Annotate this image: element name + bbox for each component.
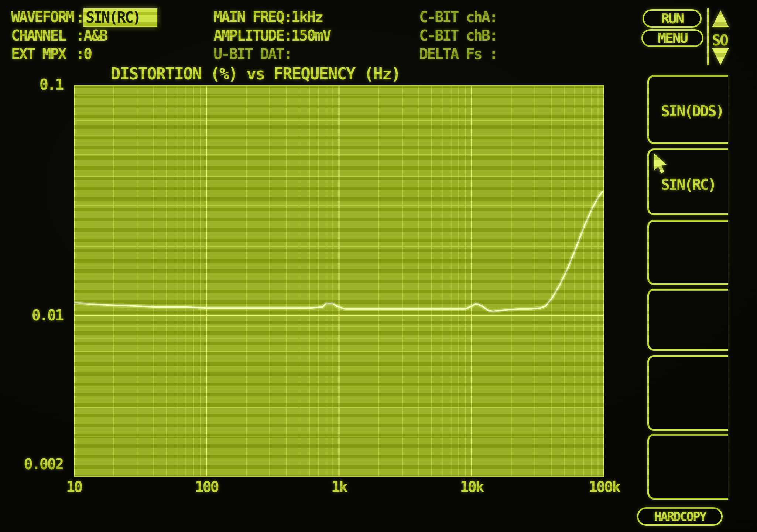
- x-tick-label: 100: [195, 478, 218, 495]
- x-tick-label: 10k: [460, 478, 483, 495]
- softkey-label: SIN(DDS): [661, 103, 723, 120]
- mouse-cursor-icon: [653, 153, 668, 174]
- softkey-empty-4[interactable]: [647, 289, 728, 351]
- x-tick-label: 1k: [331, 478, 347, 495]
- waveform-value: SIN(RC): [83, 8, 157, 27]
- c-bit-chb-field: C-BIT chB:: [419, 27, 497, 44]
- menu-button-label: MENU: [658, 30, 687, 46]
- u-bit-dat-field: U-BIT DAT:: [213, 45, 291, 62]
- ext-mpx-field: :0: [76, 45, 91, 62]
- softkey-label: SIN(RC): [661, 176, 716, 193]
- scroll-down-icon[interactable]: [712, 48, 729, 65]
- y-tick-label: 0.002: [11, 456, 63, 473]
- channel-label: CHANNEL: [11, 27, 66, 44]
- hardcopy-button-label: HARDCOPY: [654, 509, 706, 524]
- x-tick-label: 100k: [589, 478, 620, 495]
- ext-mpx-colon: :: [76, 45, 83, 62]
- chart-title: DISTORTION (%) vs FREQUENCY (Hz): [111, 64, 400, 83]
- main-freq-field: MAIN FREQ:1kHz: [213, 8, 322, 25]
- chart-canvas: [74, 85, 604, 477]
- analyzer-screen: WAVEFORM :SIN(RC) CHANNEL :A&B EXT MPX :…: [0, 0, 757, 532]
- channel-value: A&B: [83, 27, 107, 44]
- delta-fs-field: DELTA Fs :: [419, 45, 497, 62]
- softkey-empty-5[interactable]: [647, 355, 728, 431]
- waveform-colon: :: [76, 9, 83, 26]
- distortion-chart: [74, 85, 604, 477]
- ext-mpx-value: 0: [83, 45, 91, 62]
- y-tick-label: 0.1: [11, 76, 63, 93]
- run-button[interactable]: RUN: [643, 9, 702, 28]
- ext-mpx-label: EXT MPX: [11, 45, 66, 62]
- y-tick-label: 0.01: [11, 307, 63, 324]
- hardcopy-button[interactable]: HARDCOPY: [637, 507, 723, 526]
- run-button-label: RUN: [661, 10, 683, 27]
- softkey-empty-3[interactable]: [647, 220, 728, 285]
- softkey-sin-dds[interactable]: SIN(DDS): [647, 75, 728, 144]
- x-tick-label: 10: [66, 478, 82, 495]
- scroll-up-icon[interactable]: [712, 10, 729, 27]
- c-bit-cha-field: C-BIT chA:: [419, 8, 497, 25]
- scroll-divider: [707, 8, 709, 65]
- scroll-label: SO: [712, 32, 727, 49]
- menu-button[interactable]: MENU: [641, 29, 703, 47]
- waveform-label: WAVEFORM: [11, 8, 73, 25]
- channel-colon: :: [76, 27, 83, 44]
- channel-field: :A&B: [76, 27, 107, 44]
- softkey-empty-6[interactable]: [647, 434, 728, 500]
- amplitude-field: AMPLITUDE:150mV: [213, 27, 330, 44]
- waveform-field: :SIN(RC): [76, 8, 157, 27]
